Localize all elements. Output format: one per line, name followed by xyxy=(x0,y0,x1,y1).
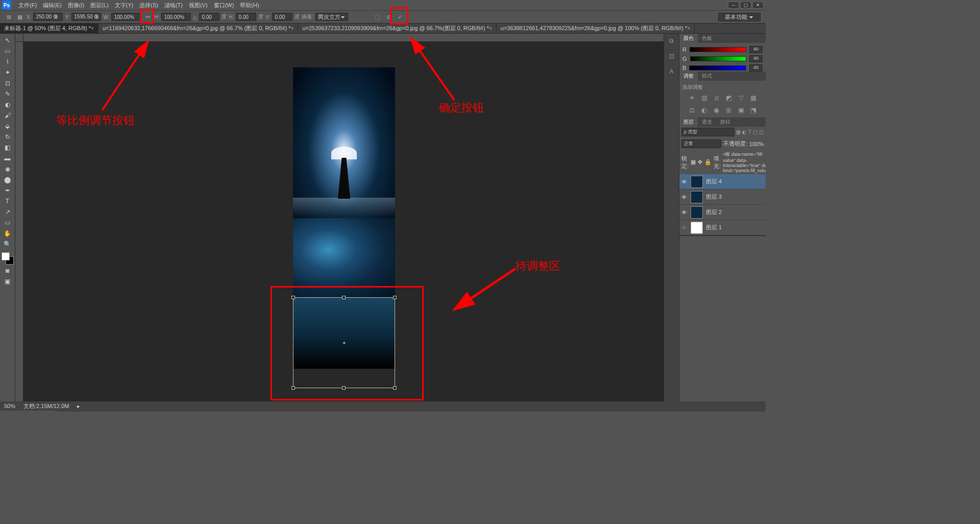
menu-file[interactable]: 文件(F) xyxy=(15,2,40,9)
lock-pixels-icon[interactable]: ▦ xyxy=(691,159,696,165)
style-tab[interactable]: 样式 xyxy=(698,72,716,81)
adj-photofilter-icon[interactable]: ◉ xyxy=(713,106,721,114)
opacity-value[interactable]: 100% xyxy=(749,141,764,147)
menu-select[interactable]: 选择(S) xyxy=(136,2,161,9)
workspace-selector[interactable]: 基本功能 ⏷ xyxy=(717,12,762,22)
tab-doc4[interactable]: u=3638812661,4278309225&fm=26&gp=0.jpg @… xyxy=(497,23,695,33)
paths-tab[interactable]: 路径 xyxy=(716,117,734,127)
visibility-icon[interactable]: 👁 xyxy=(681,225,688,231)
blend-mode-dropdown[interactable]: 正常 xyxy=(681,139,721,148)
screenmode-tool[interactable]: ▣ xyxy=(2,277,13,286)
pen-tool[interactable]: ✒ xyxy=(2,186,13,195)
blur-tool[interactable]: ◉ xyxy=(2,164,13,174)
menu-type[interactable]: 文字(Y) xyxy=(112,2,137,9)
history-brush-tool[interactable]: ↻ xyxy=(2,132,13,141)
swatches-tab[interactable]: 色板 xyxy=(698,34,716,43)
filter-pixel-icon[interactable]: ▦ xyxy=(736,129,741,135)
zoom-level[interactable]: 50% xyxy=(4,403,15,409)
adj-colorbalance-icon[interactable]: ⚖ xyxy=(688,106,696,114)
menu-filter[interactable]: 滤镜(T) xyxy=(161,2,186,9)
reference-point-icon[interactable]: ▦ xyxy=(15,12,24,21)
adj-brightness-icon[interactable]: ☀ xyxy=(688,94,696,102)
x-input[interactable] xyxy=(33,13,63,21)
type-tool[interactable]: T xyxy=(2,197,13,206)
h-input[interactable] xyxy=(161,13,191,21)
g-value[interactable]: 40 xyxy=(749,55,763,62)
maximize-button[interactable]: ▢ xyxy=(740,2,751,9)
hand-tool[interactable]: ✋ xyxy=(2,229,13,238)
interp-dropdown[interactable]: 两次立方 ⏷ xyxy=(315,13,348,21)
stamp-tool[interactable]: ⬙ xyxy=(2,122,13,131)
quickmask-tool[interactable]: ◙ xyxy=(2,266,13,275)
tab-doc2[interactable]: u=1169420632,1766690468&fm=26&gp=0.jpg @… xyxy=(99,23,298,33)
filter-adjustment-icon[interactable]: ◐ xyxy=(742,129,747,135)
lock-all-icon[interactable]: 🔒 xyxy=(704,159,712,165)
layer-row-3[interactable]: 👁 图层 3 xyxy=(679,189,766,205)
dodge-tool[interactable]: ⬤ xyxy=(2,175,13,184)
adj-levels-icon[interactable]: ▥ xyxy=(700,94,708,102)
adj-channelmixer-icon[interactable]: ⊞ xyxy=(725,106,733,114)
warp-icon[interactable]: ⬚ xyxy=(373,12,382,21)
zoom-tool[interactable]: 🔍 xyxy=(2,240,13,249)
wand-tool[interactable]: ✦ xyxy=(2,68,13,77)
healing-tool[interactable]: ◐ xyxy=(2,100,13,109)
adj-hue-icon[interactable]: ▦ xyxy=(749,94,757,102)
menu-edit[interactable]: 编辑(E) xyxy=(40,2,65,9)
marquee-tool[interactable]: ▭ xyxy=(2,46,13,56)
menu-view[interactable]: 视图(V) xyxy=(186,2,211,9)
color-tab[interactable]: 颜色 xyxy=(679,34,698,43)
layer-row-1[interactable]: 👁 图层 1 xyxy=(679,220,766,235)
layer-name[interactable]: 图层 1 xyxy=(706,224,722,231)
lasso-tool[interactable]: ⌇ xyxy=(2,57,13,66)
eraser-tool[interactable]: ◧ xyxy=(2,143,13,152)
gradient-tool[interactable]: ▬ xyxy=(2,154,13,163)
adj-invert-icon[interactable]: ⬔ xyxy=(749,106,757,114)
visibility-icon[interactable]: 👁 xyxy=(681,194,688,200)
minimize-button[interactable]: ─ xyxy=(728,2,739,9)
visibility-icon[interactable]: 👁 xyxy=(681,179,688,185)
path-select-tool[interactable]: ↗ xyxy=(2,207,13,217)
canvas-area[interactable]: ✦ 等比例调节按钮 确定按钮 待调整区 xyxy=(15,34,664,401)
layers-tab[interactable]: 图层 xyxy=(679,117,698,127)
layer-row-2[interactable]: 👁 图层 2 xyxy=(679,205,766,220)
adj-bw-icon[interactable]: ◐ xyxy=(700,106,708,114)
layer-name[interactable]: 图层 2 xyxy=(706,208,722,216)
tab-doc3[interactable]: u=2539637233,2109093909&fm=26&gp=0.jpg @… xyxy=(298,23,496,33)
layer-name[interactable]: 图层 4 xyxy=(706,178,722,185)
adj-vibrance-icon[interactable]: ▽ xyxy=(737,94,745,102)
b-slider[interactable] xyxy=(689,65,746,70)
adjust-tab[interactable]: 调整 xyxy=(679,72,698,81)
history-dock-icon[interactable]: ⧉ xyxy=(667,36,677,46)
tab-doc1[interactable]: 未标题-1 @ 50% (图层 4, RGB/8) * × xyxy=(0,23,99,33)
move-tool[interactable]: ↖ xyxy=(2,36,13,45)
layer-name[interactable]: 图层 3 xyxy=(706,193,722,201)
shape-tool[interactable]: ▭ xyxy=(2,218,13,227)
layer-kind-dropdown[interactable]: ρ 类型 xyxy=(681,128,734,136)
link-icon[interactable]: ⚯ xyxy=(143,12,152,21)
filter-type-icon[interactable]: T xyxy=(748,129,751,135)
commit-transform-icon[interactable]: ✓ xyxy=(395,12,404,21)
adj-curves-icon[interactable]: ⧄ xyxy=(713,94,721,102)
menu-window[interactable]: 窗口(W) xyxy=(211,2,237,9)
color-picker[interactable] xyxy=(2,252,14,265)
w-input[interactable] xyxy=(111,13,141,21)
channels-tab[interactable]: 通道 xyxy=(698,117,716,127)
skew-h-input[interactable] xyxy=(236,13,256,21)
r-slider[interactable] xyxy=(690,47,746,52)
layer-row-4[interactable]: 👁 图层 4 xyxy=(679,174,766,189)
timeline-tab[interactable]: 时间轴 xyxy=(34,411,57,412)
mini-bridge-tab[interactable]: Mini Bridge xyxy=(0,411,34,412)
y-input[interactable] xyxy=(71,13,101,21)
visibility-icon[interactable]: 👁 xyxy=(681,209,688,216)
filter-smart-icon[interactable]: ◫ xyxy=(759,129,764,135)
angle-input[interactable] xyxy=(199,13,219,21)
chevron-right-icon[interactable]: ▸ xyxy=(77,403,80,410)
adj-colorlookup-icon[interactable]: ▣ xyxy=(737,106,745,114)
b-value[interactable]: 40 xyxy=(749,64,763,72)
lock-position-icon[interactable]: ✥ xyxy=(698,159,702,165)
crop-tool[interactable]: ⊡ xyxy=(2,79,13,88)
g-slider[interactable] xyxy=(690,56,746,61)
menu-image[interactable]: 图像(I) xyxy=(65,2,87,9)
filter-shape-icon[interactable]: ▢ xyxy=(753,129,757,135)
eyedropper-tool[interactable]: ✎ xyxy=(2,89,13,99)
